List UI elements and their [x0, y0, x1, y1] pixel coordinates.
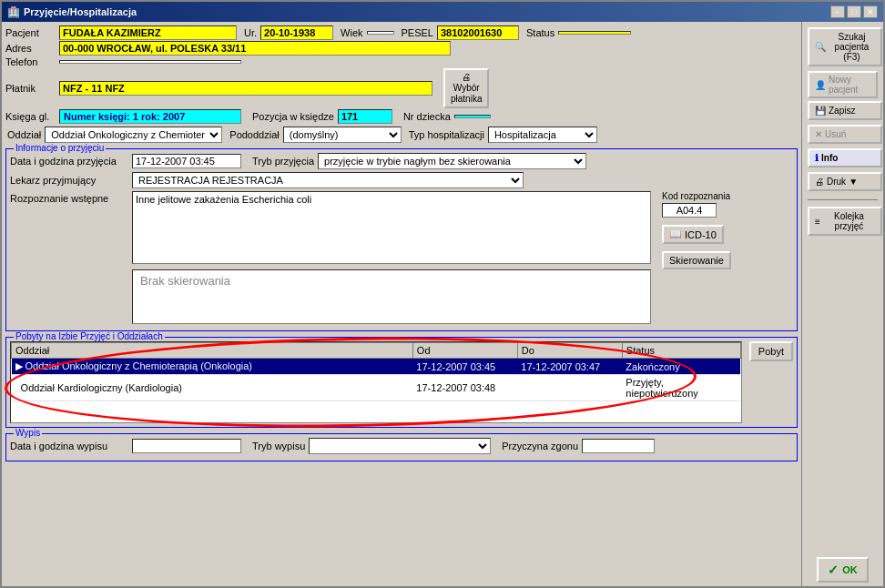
row2-do [517, 375, 622, 401]
pesel-value: 38102001630 [437, 25, 519, 40]
wybor-label: Wybór [453, 83, 480, 94]
wiek-label: Wiek [341, 27, 362, 38]
status-label: Status [526, 27, 554, 38]
rozp-area: Rozpoznanie wstępne Inne jelitowe zakaże… [10, 191, 793, 327]
row2-od: 17-12-2007 03:48 [412, 375, 517, 401]
pobyty-table-container[interactable]: Oddział Od Do Status ▶ Oddział Onkologic… [10, 341, 742, 423]
oddzial-row: Oddział Oddział Onkologiczny z Chemioter… [5, 127, 798, 143]
info-icon: ℹ [815, 153, 819, 163]
wybor-platnika-text: płatnika [451, 94, 482, 105]
ksiega-label: Księga gl. [5, 111, 56, 122]
tryb-label: Tryb przyjęcia [252, 156, 314, 167]
pododdzial-label: Pododdział [229, 129, 279, 140]
right-panel: 🔍 Szukaj pacjenta (F3) 👤 Nowy pacjent 💾 … [801, 22, 883, 586]
zapisz-label: Zapisz [829, 106, 855, 116]
kod-input[interactable] [662, 203, 717, 218]
minimize-button[interactable]: − [830, 5, 845, 18]
wypis-przyczyna-label: Przyczyna zgonu [502, 441, 578, 451]
wypis-data-label: Data i godzina wypisu [10, 441, 128, 451]
telefon-value [59, 60, 241, 64]
druk-button[interactable]: 🖨 Druk ▼ [808, 172, 882, 191]
rozp-row: Rozpoznanie wstępne Inne jelitowe zakaże… [10, 191, 651, 264]
icd-icon: 📖 [669, 228, 682, 240]
window-icon: 🏥 [7, 6, 20, 18]
rozp-label: Rozpoznanie wstępne [10, 193, 128, 204]
address-label: Adres [5, 43, 56, 54]
informacje-section: Informacje o przyjęciu Data i godzina pr… [5, 148, 798, 331]
wypis-section: Wypis Data i godzina wypisu Tryb wypisu … [5, 433, 798, 461]
row2-oddzial: Oddział Kardiologiczny (Kardiologia) [12, 375, 413, 401]
telefon-label: Telefon [5, 56, 56, 67]
wybor-icon: 🖨 [462, 72, 471, 83]
skierowanie-label: Skierowanie [669, 255, 724, 266]
wypis-row: Data i godzina wypisu Tryb wypisu Przycz… [10, 438, 793, 454]
pododdzial-select[interactable]: (domyślny) [283, 127, 402, 143]
typ-label: Typ hospitalizacji [409, 129, 484, 140]
table-row[interactable]: Oddział Kardiologiczny (Kardiologia) 17-… [12, 375, 741, 401]
usun-button[interactable]: ✕ Usuń [808, 125, 882, 144]
close-button[interactable]: ✕ [863, 5, 878, 18]
pobyt-button[interactable]: Pobyt [749, 341, 793, 361]
th-od: Od [412, 343, 517, 359]
ok-button[interactable]: ✓ OK [817, 557, 869, 583]
tryb-select[interactable]: przyjęcie w trybie nagłym bez skierowani… [318, 153, 586, 169]
wypis-tryb-select[interactable] [309, 438, 491, 454]
title-bar-text: 🏥 Przyjęcie/Hospitalizacja [7, 6, 137, 18]
nowy-icon: 👤 [815, 80, 826, 90]
szukaj-content: 🔍 Szukaj pacjenta (F3) [815, 32, 875, 62]
typ-select[interactable]: Hospitalizacja [488, 127, 597, 143]
lekarz-row: Lekarz przyjmujący REJESTRACJA REJESTRAC… [10, 172, 793, 188]
patient-label: Pacjent [5, 27, 56, 38]
lekarz-select[interactable]: REJESTRACJA REJESTRACJA [132, 172, 524, 188]
telefon-row: Telefon [5, 56, 798, 67]
separator [808, 199, 878, 200]
th-status: Status [622, 343, 740, 359]
kolejka-icon: ≡ [815, 217, 820, 227]
maximize-button[interactable]: □ [847, 5, 861, 18]
szukaj-button[interactable]: 🔍 Szukaj pacjenta (F3) [808, 27, 882, 66]
pobyt-label: Pobyt [758, 346, 784, 357]
nowy-button[interactable]: 👤 Nowy pacjent [808, 71, 878, 98]
title-bar: 🏥 Przyjęcie/Hospitalizacja − □ ✕ [2, 2, 883, 22]
data-przyjecia-input[interactable] [132, 154, 241, 168]
kolejka-button[interactable]: ≡ Kolejka przyjęć [808, 207, 882, 236]
wypis-przyczyna-input[interactable] [582, 439, 655, 453]
druk-label: Druk [827, 177, 846, 187]
info-button[interactable]: ℹ Info [808, 148, 882, 167]
rozp-textarea[interactable]: Inne jelitowe zakażenia Escherichia coli [132, 191, 651, 264]
table-header-row: Oddział Od Do Status [12, 343, 741, 359]
wypis-label: Wypis [14, 428, 42, 438]
oddzial-select[interactable]: Oddział Onkologiczny z Chemioterapią ( [45, 127, 222, 143]
address-value: 00-000 WROCŁAW, ul. POLESKA 33/11 [59, 41, 451, 56]
pozycja-label: Pozycja w księdze [252, 111, 334, 122]
brak-row: Brak skierowania [132, 269, 651, 324]
title-bar-controls: − □ ✕ [830, 5, 878, 18]
wypis-data-input[interactable] [132, 439, 241, 453]
pobyty-content: Oddział Od Do Status ▶ Oddział Onkologic… [10, 341, 793, 423]
szukaj-icon: 🔍 [815, 42, 826, 52]
szukaj-label: Szukaj pacjenta (F3) [829, 32, 875, 62]
data-przyjecia-row: Data i godzina przyjęcia Tryb przyjęcia … [10, 153, 793, 169]
ok-label: OK [842, 564, 858, 575]
patient-row: Pacjent FUDAŁA KAZIMIERZ Ur. 20-10-1938 … [5, 25, 798, 40]
row1-oddzial: ▶ Oddział Onkologiczny z Chemioterapią (… [12, 359, 413, 375]
brak-textarea[interactable]: Brak skierowania [132, 269, 651, 324]
wybor-platnika-button[interactable]: 🖨 Wybór płatnika [443, 68, 489, 108]
left-panel: Pacjent FUDAŁA KAZIMIERZ Ur. 20-10-1938 … [2, 22, 801, 586]
row1-do: 17-12-2007 03:47 [517, 359, 622, 375]
platnik-label: Płatnik [5, 83, 56, 94]
kod-label: Kod rozpoznania [662, 191, 730, 201]
pobyty-label: Pobyty na Izbie Przyjęć i Oddziałach [14, 331, 165, 341]
pobyty-table: Oddział Od Do Status ▶ Oddział Onkologic… [11, 342, 741, 401]
table-row[interactable]: ▶ Oddział Onkologiczny z Chemioterapią (… [12, 359, 741, 375]
platnik-value: NFZ - 11 NFZ [59, 81, 432, 96]
skierowanie-button[interactable]: Skierowanie [662, 251, 731, 269]
kolejka-label: Kolejka przyjęć [823, 211, 875, 231]
kod-group: Kod rozpoznania [662, 191, 730, 218]
oddz-label: Oddział [7, 129, 41, 140]
right-spacer [806, 243, 880, 553]
zapisz-button[interactable]: 💾 Zapisz [808, 101, 882, 120]
main-window: 🏥 Przyjęcie/Hospitalizacja − □ ✕ Pacjent… [0, 0, 885, 588]
info-label: Info [821, 153, 838, 163]
icd-button[interactable]: 📖 ICD-10 [662, 225, 724, 244]
